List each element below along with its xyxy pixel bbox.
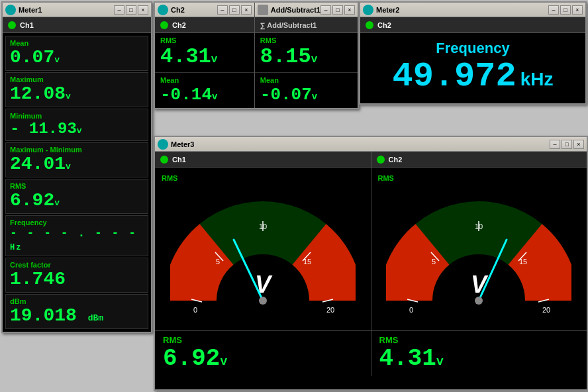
mean-value: 0.07v — [10, 47, 60, 68]
meter2-minimize[interactable]: – — [548, 5, 559, 15]
meter2-ch2-tab[interactable]: Ch2 — [360, 17, 585, 33]
gauge1-svg: 0 5 10 15 20 V — [170, 195, 356, 320]
meter1-controls[interactable]: – □ × — [114, 5, 148, 15]
metric-maximum: Maximum 12.08v — [5, 72, 148, 107]
meter3-bottom-rms1-label: RMS — [163, 335, 363, 345]
svg-text:5: 5 — [216, 258, 220, 266]
meter2-maximize[interactable]: □ — [560, 5, 571, 15]
ch2-left-ch-label: Ch2 — [172, 21, 186, 29]
addsubtract-icon — [258, 5, 268, 15]
dbm-label: dBm — [10, 297, 144, 306]
meter1-metrics: Mean 0.07v Maximum 12.08v Minimum - 11.9… — [3, 33, 151, 332]
ch2-rms-label: RMS — [160, 36, 249, 45]
meter3-rms2-label-area: RMS — [371, 168, 587, 185]
mean-label: Mean — [10, 38, 144, 48]
meter3-ch1-label: Ch1 — [172, 156, 186, 164]
meter3-bottom-rms: RMS 6.92v RMS 4.31v — [155, 330, 587, 376]
meter2-close[interactable]: × — [572, 5, 583, 15]
metric-rms: RMS 6.92v — [5, 179, 148, 214]
meter3-bottom-rms2-value: 4.31v — [379, 345, 444, 372]
addsubtract-minimize[interactable]: – — [320, 5, 331, 15]
meter2-controls[interactable]: – □ × — [548, 5, 583, 15]
meter3-title: Meter3 — [171, 140, 550, 148]
addsubtract-rms-value: 8.15v — [260, 44, 317, 69]
ch2-rms-value: 4.31v — [160, 44, 217, 69]
meter1-maximize[interactable]: □ — [126, 5, 136, 15]
meter1-close[interactable]: × — [138, 5, 148, 15]
svg-point-27 — [475, 297, 483, 305]
meter1-icon — [5, 5, 16, 15]
rms-value: 6.92v — [10, 190, 60, 211]
meter-multi-window: Ch2 – □ × Ch2 RMS 4.31v Mean -0.14v — [154, 1, 359, 109]
meter1-window: Meter1 – □ × Ch1 Mean 0.07v Maximum 12.0… — [1, 1, 152, 333]
meter2-ch2-dot — [366, 21, 373, 29]
meter3-ch1-dot — [160, 156, 168, 164]
ch2-left-title: Ch2 — [171, 6, 217, 14]
ch2-left-pane: Ch2 – □ × Ch2 RMS 4.31v Mean -0.14v — [155, 3, 255, 108]
ch2-left-titlebar: Ch2 – □ × — [155, 3, 254, 17]
addsubtract-mean-label: Mean — [260, 75, 352, 85]
meter3-channel-tabs: Ch1 Ch2 — [155, 152, 587, 168]
maximum-label: Maximum — [10, 75, 144, 84]
ch2-left-rms-section: RMS 4.31v — [155, 33, 254, 72]
meter3-ch1-tab[interactable]: Ch1 — [155, 152, 371, 168]
minimum-label: Minimum — [10, 111, 144, 121]
meter3-minimize[interactable]: – — [550, 140, 560, 149]
svg-text:0: 0 — [193, 306, 197, 314]
meter2-title: Meter2 — [376, 6, 548, 14]
maxmin-value: 24.01v — [10, 154, 71, 174]
dbm-value: 19.018 dBm — [10, 305, 103, 326]
ch2-left-maximize[interactable]: □ — [229, 5, 240, 15]
addsubtract-close[interactable]: × — [344, 5, 355, 15]
svg-text:0: 0 — [409, 306, 413, 314]
meter3-close[interactable]: × — [573, 140, 584, 149]
meter1-titlebar: Meter1 – □ × — [3, 3, 151, 17]
meter3-rms2-label: RMS — [378, 174, 394, 182]
meter2-window: Meter2 – □ × Ch2 Frequency 49.972kHz — [359, 1, 587, 105]
meter2-freq-row: 49.972kHz — [369, 60, 576, 94]
meter3-gauge1-pane: RMS — [155, 168, 371, 330]
meter3-bottom-rms1-value: 6.92v — [163, 345, 227, 372]
meter3-titlebar: Meter3 – □ × — [155, 137, 587, 152]
metric-crest: Crest factor 1.746 — [5, 258, 148, 293]
meter3-gauge2: 0 5 10 15 20 V — [371, 185, 587, 330]
meter2-freq-value: 49.972 — [392, 57, 516, 96]
addsubtract-title: Add/Subtract1 — [271, 6, 320, 14]
minimum-value: - 11.93v — [10, 120, 82, 138]
meter3-maximize[interactable]: □ — [562, 140, 572, 149]
meter3-ch2-label: Ch2 — [389, 156, 403, 164]
svg-text:5: 5 — [432, 258, 436, 266]
meter3-controls[interactable]: – □ × — [550, 140, 584, 149]
addsubtract-rms-section: RMS 8.15v — [255, 33, 358, 72]
addsubtract-titlebar: Add/Subtract1 – □ × — [255, 3, 358, 17]
meter1-ch1-tab[interactable]: Ch1 — [3, 17, 151, 33]
gauge2-svg: 0 5 10 15 20 V — [386, 195, 571, 320]
metric-minimum: Minimum - 11.93v — [5, 109, 148, 141]
meter3-bottom-rms1: RMS 6.92v — [155, 331, 371, 376]
ch2-left-icon — [158, 5, 168, 15]
ch2-left-ch-tab[interactable]: Ch2 — [155, 17, 254, 33]
svg-text:20: 20 — [542, 306, 550, 314]
meter3-gauge1: 0 5 10 15 20 V — [155, 185, 371, 330]
meter3-rms1-label: RMS — [162, 174, 177, 182]
svg-point-13 — [259, 297, 267, 305]
meter2-ch2-label: Ch2 — [377, 21, 391, 29]
ch2-left-close[interactable]: × — [241, 5, 252, 15]
svg-text:V: V — [255, 271, 273, 298]
meter3-rms1-label-area: RMS — [155, 168, 371, 185]
meter3-bottom-rms2: RMS 4.31v — [371, 331, 587, 376]
metric-mean: Mean 0.07v — [5, 36, 148, 71]
ch2-left-minimize[interactable]: – — [217, 5, 228, 15]
meter1-minimize[interactable]: – — [114, 5, 124, 15]
addsubtract-rms-label: RMS — [260, 36, 352, 45]
meter2-freq-unit: kHz — [520, 69, 554, 89]
svg-text:20: 20 — [326, 306, 334, 314]
meter3-ch2-tab[interactable]: Ch2 — [371, 152, 587, 168]
crest-label: Crest factor — [10, 260, 144, 270]
meter2-icon — [363, 5, 373, 15]
ch2-left-controls[interactable]: – □ × — [217, 5, 252, 15]
addsubtract-maximize[interactable]: □ — [332, 5, 343, 15]
meter2-titlebar: Meter2 – □ × — [360, 3, 585, 17]
addsubtract-controls[interactable]: – □ × — [320, 5, 355, 15]
freq-value: - - - - . - - - Hz — [10, 226, 137, 253]
